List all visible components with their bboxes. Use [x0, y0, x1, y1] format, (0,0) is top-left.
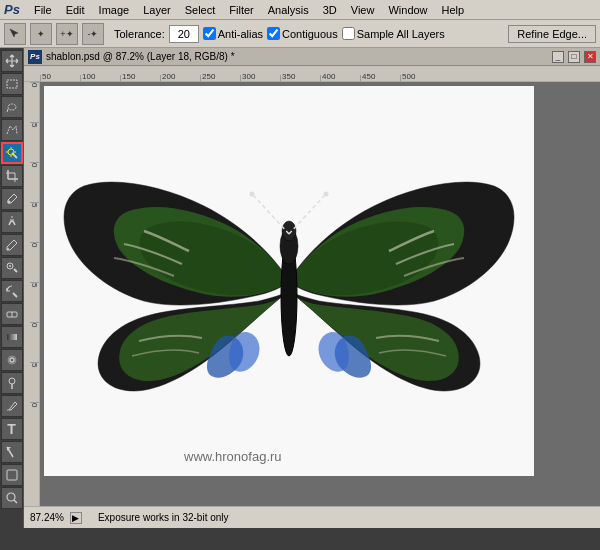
- ruler-horizontal: 50 100 150 200 250 300 350 400 450 500: [24, 66, 600, 82]
- type-tool[interactable]: T: [1, 418, 23, 440]
- svg-point-34: [250, 192, 255, 197]
- svg-point-23: [9, 378, 15, 384]
- status-info: Exposure works in 32-bit only: [98, 512, 229, 523]
- svg-point-13: [7, 201, 10, 204]
- main-area: T Ps shablon.psd @ 87.2% (Layer 18, RGB/…: [0, 48, 600, 528]
- status-bar: 87.24% ▶ Exposure works in 32-bit only: [24, 506, 600, 528]
- svg-line-2: [7, 109, 8, 112]
- tool-options-icon2[interactable]: ✦: [30, 23, 52, 45]
- ruler-v-mark: 5: [30, 362, 39, 402]
- sample-all-layers-checkbox[interactable]: [342, 27, 355, 40]
- svg-point-26: [7, 493, 15, 501]
- svg-rect-25: [7, 470, 17, 480]
- ruler-v-mark: 5: [30, 122, 39, 162]
- eraser-tool[interactable]: [1, 303, 23, 325]
- doc-titlebar: Ps shablon.psd @ 87.2% (Layer 18, RGB/8)…: [24, 48, 600, 66]
- canvas-outer: 50 100 150 200 250 300 350 400 450 500 0…: [24, 66, 600, 506]
- ruler-h-marks: 50 100 150 200 250 300 350 400 450 500: [40, 66, 440, 81]
- ruler-v-mark: 0: [30, 162, 39, 202]
- pen-tool[interactable]: [1, 395, 23, 417]
- menu-analysis[interactable]: Analysis: [262, 3, 315, 17]
- dodge-tool[interactable]: [1, 372, 23, 394]
- svg-rect-20: [7, 334, 17, 340]
- toolbar: T: [0, 48, 24, 528]
- menu-layer[interactable]: Layer: [137, 3, 177, 17]
- menu-3d[interactable]: 3D: [317, 3, 343, 17]
- menu-filter[interactable]: Filter: [223, 3, 259, 17]
- sample-all-layers-checkbox-label: Sample All Layers: [342, 27, 445, 40]
- canvas-container[interactable]: www.hronofag.ru: [40, 82, 600, 506]
- menu-edit[interactable]: Edit: [60, 3, 91, 17]
- menu-select[interactable]: Select: [179, 3, 222, 17]
- ruler-mark: 150: [120, 75, 160, 81]
- ruler-mark: 500: [400, 75, 440, 81]
- zoom-level: 87.24%: [30, 512, 64, 523]
- svg-point-21: [8, 356, 16, 364]
- doc-title: shablon.psd @ 87.2% (Layer 18, RGB/8) *: [46, 51, 548, 62]
- contiguous-checkbox-label: Contiguous: [267, 27, 338, 40]
- canvas[interactable]: www.hronofag.ru: [44, 86, 534, 476]
- magic-wand-tool[interactable]: [1, 142, 23, 164]
- window-close-button[interactable]: ✕: [584, 51, 596, 63]
- canvas-row: 0 5 0 5 0 5 0 5 0: [24, 82, 600, 506]
- eyedropper-tool[interactable]: [1, 188, 23, 210]
- ruler-v-mark: 0: [30, 82, 39, 122]
- svg-line-3: [12, 153, 17, 158]
- zoom-tool[interactable]: [1, 487, 23, 509]
- ruler-v-mark: 5: [30, 202, 39, 242]
- ruler-v-mark: 5: [30, 282, 39, 322]
- tolerance-input[interactable]: [169, 25, 199, 43]
- status-arrow-button[interactable]: ▶: [70, 512, 82, 524]
- svg-point-35: [324, 192, 329, 197]
- history-brush-tool[interactable]: [1, 280, 23, 302]
- refine-edge-button[interactable]: Refine Edge...: [508, 25, 596, 43]
- tool-options-icon4[interactable]: -✦: [82, 23, 104, 45]
- tool-options-icon1[interactable]: [4, 23, 26, 45]
- butterfly-image: www.hronofag.ru: [44, 86, 534, 476]
- lasso-tool[interactable]: [1, 96, 23, 118]
- crop-tool[interactable]: [1, 165, 23, 187]
- ruler-v-mark: 0: [30, 402, 39, 442]
- svg-point-4: [8, 149, 14, 155]
- antialias-checkbox[interactable]: [203, 27, 216, 40]
- ruler-mark: 50: [40, 75, 80, 81]
- clone-stamp-tool[interactable]: [1, 257, 23, 279]
- options-bar: ✦ +✦ -✦ Tolerance: Anti-alias Contiguous…: [0, 20, 600, 48]
- tool-options-icon3[interactable]: +✦: [56, 23, 78, 45]
- shape-tool[interactable]: [1, 464, 23, 486]
- ruler-mark: 250: [200, 75, 240, 81]
- move-tool[interactable]: [1, 50, 23, 72]
- blur-tool[interactable]: [1, 349, 23, 371]
- path-selection-tool[interactable]: [1, 441, 23, 463]
- gradient-tool[interactable]: [1, 326, 23, 348]
- canvas-watermark: www.hronofag.ru: [183, 449, 282, 464]
- svg-point-1: [8, 104, 16, 110]
- spot-heal-tool[interactable]: [1, 211, 23, 233]
- svg-line-27: [14, 500, 17, 503]
- tolerance-label: Tolerance:: [114, 28, 165, 40]
- svg-point-17: [9, 265, 11, 267]
- window-maximize-button[interactable]: □: [568, 51, 580, 63]
- menu-bar: Ps File Edit Image Layer Select Filter A…: [0, 0, 600, 20]
- doc-ps-icon: Ps: [28, 50, 42, 64]
- menu-image[interactable]: Image: [93, 3, 136, 17]
- menu-file[interactable]: File: [28, 3, 58, 17]
- polygonal-lasso-tool[interactable]: [1, 119, 23, 141]
- marquee-rect-tool[interactable]: [1, 73, 23, 95]
- window-minimize-button[interactable]: _: [552, 51, 564, 63]
- ruler-v-mark: 0: [30, 242, 39, 282]
- ruler-mark: 200: [160, 75, 200, 81]
- menu-window[interactable]: Window: [382, 3, 433, 17]
- app-logo: Ps: [4, 2, 20, 17]
- ruler-mark: 400: [320, 75, 360, 81]
- menu-help[interactable]: Help: [436, 3, 471, 17]
- brush-tool[interactable]: [1, 234, 23, 256]
- svg-point-15: [7, 248, 9, 250]
- doc-area: Ps shablon.psd @ 87.2% (Layer 18, RGB/8)…: [24, 48, 600, 528]
- ruler-v-mark: 0: [30, 322, 39, 362]
- menu-view[interactable]: View: [345, 3, 381, 17]
- ruler-mark: 350: [280, 75, 320, 81]
- svg-rect-0: [7, 80, 17, 88]
- svg-point-31: [282, 221, 296, 241]
- contiguous-checkbox[interactable]: [267, 27, 280, 40]
